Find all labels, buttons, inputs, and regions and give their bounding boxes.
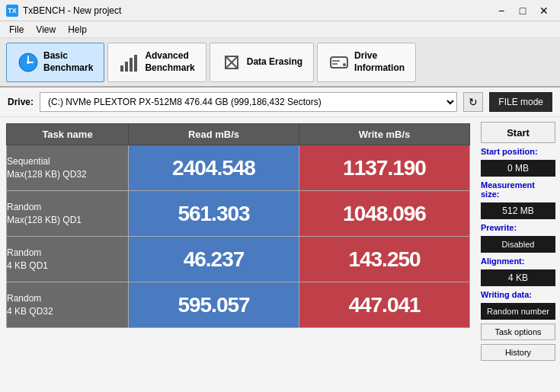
minimize-button[interactable]: −: [491, 3, 511, 18]
drive-bar: Drive: (C:) NVMe PLEXTOR PX-512M8 476.44…: [0, 88, 560, 117]
app-icon: TX: [6, 5, 18, 17]
start-position-value: 0 MB: [481, 160, 555, 177]
tab-advanced-benchmark[interactable]: AdvancedBenchmark: [107, 43, 206, 82]
task-options-button[interactable]: Task options: [481, 323, 555, 340]
basic-benchmark-icon: [18, 52, 39, 73]
svg-rect-3: [125, 62, 128, 72]
benchmark-table: Task name Read mB/s Write mB/s Sequentia…: [6, 123, 470, 328]
content-area: Drive: (C:) NVMe PLEXTOR PX-512M8 476.44…: [0, 88, 560, 392]
title-bar-left: TX TxBENCH - New project: [6, 5, 121, 17]
alignment-value: 4 KB: [481, 269, 555, 286]
maximize-button[interactable]: □: [513, 3, 533, 18]
data-erasing-label: Data Erasing: [247, 56, 302, 69]
write-value-2: 143.250: [299, 237, 469, 282]
read-value-2: 46.237: [129, 237, 299, 282]
read-cell-0: 2404.548: [129, 145, 299, 191]
write-value-1: 1048.096: [299, 191, 469, 236]
write-value-0: 1137.190: [299, 145, 469, 190]
write-cell-1: 1048.096: [299, 191, 470, 237]
write-value-3: 447.041: [299, 282, 469, 327]
drive-information-label: DriveInformation: [354, 50, 405, 74]
prewrite-label: Prewrite:: [481, 223, 555, 232]
task-cell-0: SequentialMax(128 KB) QD32: [7, 145, 129, 191]
write-cell-3: 447.041: [299, 282, 470, 328]
table-row: SequentialMax(128 KB) QD32 2404.548 1137…: [7, 145, 470, 191]
read-value-1: 561.303: [129, 191, 299, 236]
menu-view[interactable]: View: [30, 23, 62, 37]
history-button[interactable]: History: [481, 344, 555, 361]
alignment-label: Alignment:: [481, 257, 555, 266]
write-cell-2: 143.250: [299, 237, 470, 282]
toolbar: BasicBenchmark AdvancedBenchmark Data Er…: [0, 38, 560, 88]
table-row: RandomMax(128 KB) QD1 561.303 1048.096: [7, 191, 470, 237]
benchmark-table-area: Task name Read mB/s Write mB/s Sequentia…: [0, 117, 476, 392]
data-erasing-icon: [221, 52, 242, 73]
read-cell-2: 46.237: [129, 237, 299, 282]
writing-data-value[interactable]: Random number: [481, 303, 555, 320]
menu-file[interactable]: File: [3, 23, 30, 37]
read-value-3: 595.057: [129, 282, 299, 327]
table-row: Random4 KB QD1 46.237 143.250: [7, 237, 470, 282]
col-header-read: Read mB/s: [129, 124, 299, 145]
window-title: TxBENCH - New project: [23, 5, 121, 16]
tab-drive-information[interactable]: DriveInformation: [317, 43, 416, 82]
right-panel: Start Start position: 0 MB Measurement s…: [476, 117, 560, 392]
menu-help[interactable]: Help: [62, 23, 93, 37]
drive-information-icon: [328, 52, 350, 73]
col-header-task: Task name: [7, 124, 129, 145]
title-bar-controls: − □ ✕: [491, 3, 554, 18]
svg-point-1: [27, 61, 30, 64]
writing-data-label: Writing data:: [481, 290, 555, 299]
drive-label: Drive:: [8, 97, 34, 107]
svg-rect-9: [331, 57, 347, 68]
svg-rect-2: [120, 65, 123, 72]
svg-rect-4: [130, 58, 133, 72]
advanced-benchmark-label: AdvancedBenchmark: [145, 50, 194, 74]
read-value-0: 2404.548: [129, 145, 299, 190]
tab-basic-benchmark[interactable]: BasicBenchmark: [6, 43, 104, 82]
measurement-size-label: Measurement size:: [481, 180, 555, 199]
read-cell-3: 595.057: [129, 282, 299, 328]
task-cell-1: RandomMax(128 KB) QD1: [7, 191, 129, 237]
measurement-size-value: 512 MB: [481, 202, 555, 219]
col-header-write: Write mB/s: [299, 124, 470, 145]
advanced-benchmark-icon: [119, 52, 140, 73]
read-cell-1: 561.303: [129, 191, 299, 237]
start-position-label: Start position:: [481, 147, 555, 156]
task-cell-2: Random4 KB QD1: [7, 237, 129, 282]
write-cell-0: 1137.190: [299, 145, 470, 191]
start-button[interactable]: Start: [481, 122, 555, 143]
prewrite-value[interactable]: Disabled: [481, 236, 555, 253]
drive-refresh-button[interactable]: ↻: [463, 92, 483, 112]
menu-bar: File View Help: [0, 21, 560, 38]
close-button[interactable]: ✕: [534, 3, 554, 18]
file-mode-button[interactable]: FILE mode: [489, 92, 552, 112]
title-bar: TX TxBENCH - New project − □ ✕: [0, 0, 560, 21]
table-row: Random4 KB QD32 595.057 447.041: [7, 282, 470, 328]
svg-point-10: [343, 63, 346, 66]
main-area: Task name Read mB/s Write mB/s Sequentia…: [0, 117, 560, 392]
drive-select[interactable]: (C:) NVMe PLEXTOR PX-512M8 476.44 GB (99…: [40, 92, 457, 112]
svg-rect-5: [134, 55, 137, 72]
task-cell-3: Random4 KB QD32: [7, 282, 129, 328]
basic-benchmark-label: BasicBenchmark: [43, 50, 93, 74]
tab-data-erasing[interactable]: Data Erasing: [210, 43, 314, 82]
